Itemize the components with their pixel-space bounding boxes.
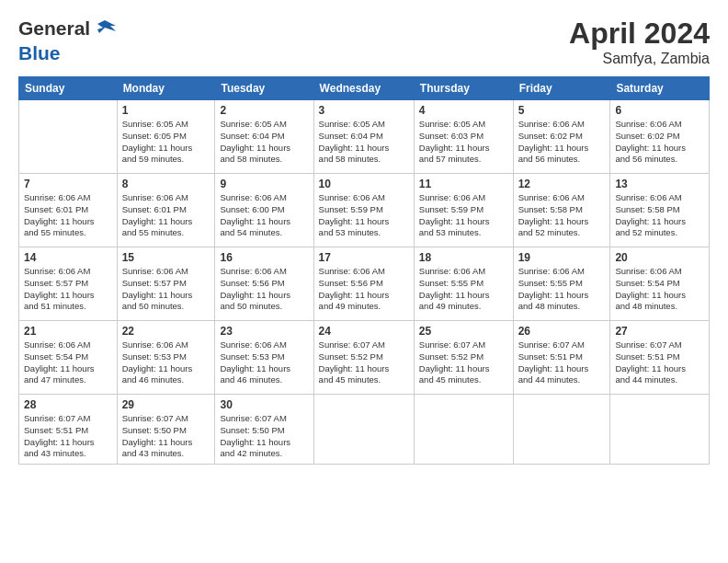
day-number: 17 (319, 251, 409, 264)
day-info: Sunrise: 6:06 AM Sunset: 5:58 PM Dayligh… (615, 192, 704, 239)
col-wednesday: Wednesday (313, 77, 414, 100)
day-number: 1 (122, 104, 210, 117)
day-number: 3 (319, 104, 409, 117)
table-row: 15Sunrise: 6:06 AM Sunset: 5:57 PM Dayli… (117, 247, 215, 321)
day-number: 28 (24, 398, 112, 411)
day-info: Sunrise: 6:06 AM Sunset: 6:01 PM Dayligh… (24, 192, 112, 239)
day-info: Sunrise: 6:06 AM Sunset: 5:55 PM Dayligh… (419, 266, 508, 313)
day-info: Sunrise: 6:07 AM Sunset: 5:52 PM Dayligh… (419, 339, 508, 386)
day-number: 12 (518, 178, 606, 190)
table-row: 6Sunrise: 6:06 AM Sunset: 6:02 PM Daylig… (610, 100, 710, 174)
table-row: 23Sunrise: 6:06 AM Sunset: 5:53 PM Dayli… (215, 321, 313, 395)
day-number: 15 (122, 251, 210, 264)
day-number: 19 (518, 251, 606, 264)
day-info: Sunrise: 6:05 AM Sunset: 6:05 PM Dayligh… (122, 119, 210, 166)
table-row: 1Sunrise: 6:05 AM Sunset: 6:05 PM Daylig… (117, 100, 215, 174)
day-info: Sunrise: 6:07 AM Sunset: 5:50 PM Dayligh… (122, 413, 210, 460)
table-row: 7Sunrise: 6:06 AM Sunset: 6:01 PM Daylig… (19, 174, 118, 247)
table-row: 21Sunrise: 6:06 AM Sunset: 5:54 PM Dayli… (19, 321, 118, 395)
day-number: 25 (419, 325, 508, 338)
col-friday: Friday (513, 77, 610, 100)
table-row (313, 395, 414, 465)
day-number: 27 (615, 325, 704, 338)
table-row: 13Sunrise: 6:06 AM Sunset: 5:58 PM Dayli… (610, 174, 710, 247)
table-row (414, 395, 513, 465)
day-info: Sunrise: 6:06 AM Sunset: 6:02 PM Dayligh… (615, 119, 704, 166)
table-row: 19Sunrise: 6:06 AM Sunset: 5:55 PM Dayli… (513, 247, 610, 321)
day-info: Sunrise: 6:06 AM Sunset: 5:56 PM Dayligh… (319, 266, 409, 313)
table-row: 16Sunrise: 6:06 AM Sunset: 5:56 PM Dayli… (215, 247, 313, 321)
table-row: 30Sunrise: 6:07 AM Sunset: 5:50 PM Dayli… (215, 395, 313, 465)
table-row: 29Sunrise: 6:07 AM Sunset: 5:50 PM Dayli… (117, 395, 215, 465)
table-row: 14Sunrise: 6:06 AM Sunset: 5:57 PM Dayli… (19, 247, 118, 321)
day-info: Sunrise: 6:05 AM Sunset: 6:04 PM Dayligh… (220, 119, 308, 166)
table-row: 20Sunrise: 6:06 AM Sunset: 5:54 PM Dayli… (610, 247, 710, 321)
day-info: Sunrise: 6:06 AM Sunset: 5:59 PM Dayligh… (319, 192, 409, 239)
logo-general: General (18, 17, 90, 39)
day-number: 21 (24, 325, 112, 338)
day-number: 29 (122, 398, 210, 411)
location-title: Samfya, Zambia (569, 51, 710, 67)
day-number: 11 (419, 178, 508, 190)
day-number: 10 (319, 178, 409, 190)
table-row: 27Sunrise: 6:07 AM Sunset: 5:51 PM Dayli… (610, 321, 710, 395)
day-info: Sunrise: 6:06 AM Sunset: 5:56 PM Dayligh… (220, 266, 308, 313)
day-info: Sunrise: 6:06 AM Sunset: 6:01 PM Dayligh… (122, 192, 210, 239)
calendar-week-row: 1Sunrise: 6:05 AM Sunset: 6:05 PM Daylig… (19, 100, 710, 174)
logo: General Blue (18, 17, 118, 63)
day-info: Sunrise: 6:07 AM Sunset: 5:52 PM Dayligh… (319, 339, 409, 386)
day-number: 18 (419, 251, 508, 264)
day-info: Sunrise: 6:06 AM Sunset: 5:57 PM Dayligh… (122, 266, 210, 313)
day-info: Sunrise: 6:06 AM Sunset: 5:53 PM Dayligh… (220, 339, 308, 386)
table-row: 25Sunrise: 6:07 AM Sunset: 5:52 PM Dayli… (414, 321, 513, 395)
table-row: 2Sunrise: 6:05 AM Sunset: 6:04 PM Daylig… (215, 100, 313, 174)
day-number: 9 (220, 178, 308, 190)
day-info: Sunrise: 6:07 AM Sunset: 5:51 PM Dayligh… (24, 413, 112, 460)
table-row: 3Sunrise: 6:05 AM Sunset: 6:04 PM Daylig… (313, 100, 414, 174)
day-number: 23 (220, 325, 308, 338)
svg-marker-0 (97, 20, 116, 33)
col-tuesday: Tuesday (215, 77, 313, 100)
table-row: 10Sunrise: 6:06 AM Sunset: 5:59 PM Dayli… (313, 174, 414, 247)
logo-blue: Blue (18, 42, 118, 63)
calendar-week-row: 14Sunrise: 6:06 AM Sunset: 5:57 PM Dayli… (19, 247, 710, 321)
day-number: 30 (220, 398, 308, 411)
table-row (513, 395, 610, 465)
day-number: 14 (24, 251, 112, 264)
page-header: General Blue April 2024 Samfya, Zambia (18, 17, 710, 67)
day-number: 26 (518, 325, 606, 338)
calendar-week-row: 7Sunrise: 6:06 AM Sunset: 6:01 PM Daylig… (19, 174, 710, 247)
day-info: Sunrise: 6:06 AM Sunset: 6:02 PM Dayligh… (518, 119, 606, 166)
day-number: 6 (615, 104, 704, 117)
calendar-table: Sunday Monday Tuesday Wednesday Thursday… (18, 76, 710, 465)
calendar-week-row: 21Sunrise: 6:06 AM Sunset: 5:54 PM Dayli… (19, 321, 710, 395)
day-info: Sunrise: 6:06 AM Sunset: 6:00 PM Dayligh… (220, 192, 308, 239)
table-row: 26Sunrise: 6:07 AM Sunset: 5:51 PM Dayli… (513, 321, 610, 395)
table-row: 12Sunrise: 6:06 AM Sunset: 5:58 PM Dayli… (513, 174, 610, 247)
day-info: Sunrise: 6:05 AM Sunset: 6:04 PM Dayligh… (319, 119, 409, 166)
table-row: 8Sunrise: 6:06 AM Sunset: 6:01 PM Daylig… (117, 174, 215, 247)
day-info: Sunrise: 6:06 AM Sunset: 5:54 PM Dayligh… (615, 266, 704, 313)
calendar-week-row: 28Sunrise: 6:07 AM Sunset: 5:51 PM Dayli… (19, 395, 710, 465)
day-info: Sunrise: 6:06 AM Sunset: 5:54 PM Dayligh… (24, 339, 112, 386)
day-info: Sunrise: 6:06 AM Sunset: 5:59 PM Dayligh… (419, 192, 508, 239)
table-row: 9Sunrise: 6:06 AM Sunset: 6:00 PM Daylig… (215, 174, 313, 247)
table-row: 28Sunrise: 6:07 AM Sunset: 5:51 PM Dayli… (19, 395, 118, 465)
table-row: 4Sunrise: 6:05 AM Sunset: 6:03 PM Daylig… (414, 100, 513, 174)
table-row: 24Sunrise: 6:07 AM Sunset: 5:52 PM Dayli… (313, 321, 414, 395)
table-row: 18Sunrise: 6:06 AM Sunset: 5:55 PM Dayli… (414, 247, 513, 321)
day-info: Sunrise: 6:07 AM Sunset: 5:51 PM Dayligh… (518, 339, 606, 386)
day-info: Sunrise: 6:07 AM Sunset: 5:51 PM Dayligh… (615, 339, 704, 386)
day-number: 16 (220, 251, 308, 264)
calendar-header-row: Sunday Monday Tuesday Wednesday Thursday… (19, 77, 710, 100)
day-info: Sunrise: 6:06 AM Sunset: 5:57 PM Dayligh… (24, 266, 112, 313)
day-info: Sunrise: 6:06 AM Sunset: 5:58 PM Dayligh… (518, 192, 606, 239)
day-number: 5 (518, 104, 606, 117)
day-info: Sunrise: 6:07 AM Sunset: 5:50 PM Dayligh… (220, 413, 308, 460)
col-saturday: Saturday (610, 77, 710, 100)
day-info: Sunrise: 6:06 AM Sunset: 5:55 PM Dayligh… (518, 266, 606, 313)
day-info: Sunrise: 6:06 AM Sunset: 5:53 PM Dayligh… (122, 339, 210, 386)
day-number: 8 (122, 178, 210, 190)
table-row: 11Sunrise: 6:06 AM Sunset: 5:59 PM Dayli… (414, 174, 513, 247)
table-row (610, 395, 710, 465)
